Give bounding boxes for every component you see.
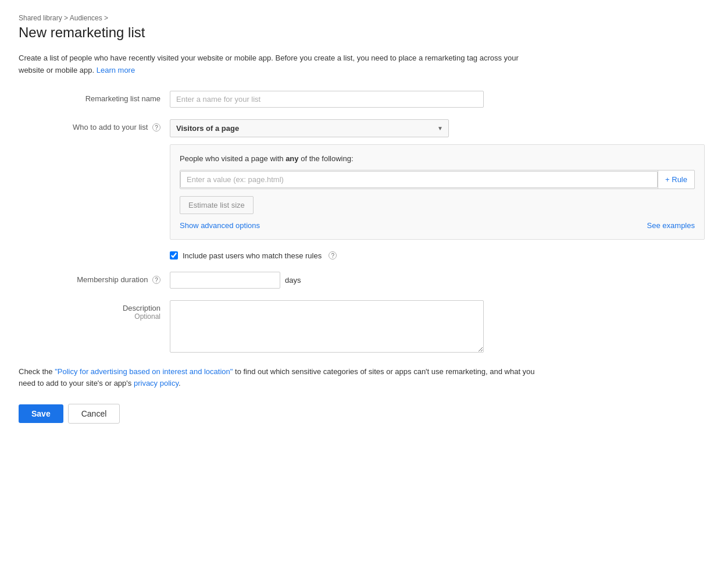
form-buttons: Save Cancel [19,404,709,424]
see-examples-link[interactable]: See examples [647,221,695,230]
visitors-type-select[interactable]: Visitors of a pageVisitors of a page who… [170,119,449,137]
cancel-button[interactable]: Cancel [68,404,120,424]
description-field-wrapper [170,300,484,354]
duration-unit-label: days [285,276,301,285]
list-name-label: Remarketing list name [85,94,160,103]
policy-link[interactable]: "Policy for advertising based on interes… [55,367,233,376]
privacy-policy-link[interactable]: privacy policy [134,379,179,388]
rule-value-input[interactable] [180,171,658,188]
visitors-panel: People who visited a page with any of th… [170,144,705,240]
page-title: New remarketing list [19,24,709,41]
visitors-type-select-wrapper: Visitors of a pageVisitors of a page who… [170,119,449,137]
membership-duration-row: 30 days [170,272,301,289]
include-past-users-help-icon[interactable]: ? [329,251,337,259]
description-textarea[interactable] [170,300,484,353]
description-sublabel: Optional [19,312,160,321]
add-rule-button[interactable]: + Rule [658,170,694,189]
membership-duration-input[interactable]: 30 [170,272,280,289]
panel-footer: Show advanced options See examples [180,221,695,230]
estimate-list-size-button[interactable]: Estimate list size [180,196,254,214]
learn-more-link[interactable]: Learn more [97,66,135,74]
description-label: Description [123,304,160,312]
panel-description: People who visited a page with any of th… [180,154,695,163]
intro-text: Create a list of people who have recentl… [19,52,542,77]
list-name-input[interactable] [170,91,484,108]
rule-input-row: + Rule [180,170,695,189]
save-button[interactable]: Save [19,404,63,423]
include-past-users-label[interactable]: Include past users who match these rules [183,251,322,260]
who-to-add-label: Who to add to your list [73,123,148,131]
membership-duration-help-icon[interactable]: ? [152,276,160,284]
include-past-users-checkbox[interactable] [170,251,178,259]
policy-text: Check the "Policy for advertising based … [19,366,542,390]
membership-duration-label: Membership duration [77,275,148,284]
include-past-users-row: Include past users who match these rules… [170,251,709,260]
who-to-add-help-icon[interactable]: ? [152,123,160,131]
show-advanced-link[interactable]: Show advanced options [180,221,260,230]
breadcrumb: Shared library > Audiences > [19,14,709,22]
